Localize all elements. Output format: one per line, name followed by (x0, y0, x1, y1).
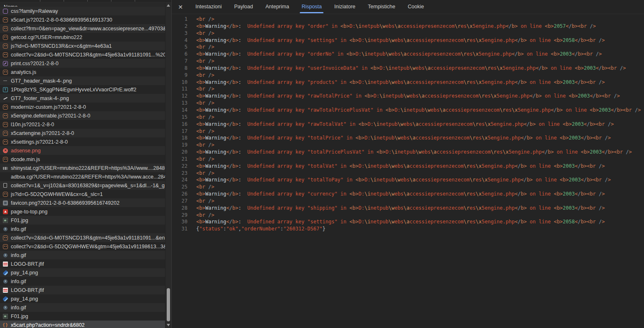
network-request-row[interactable]: print.css?2021-2-8-0 (0, 59, 165, 68)
scroll-down-icon[interactable] (167, 324, 170, 326)
code-token: on line (527, 163, 554, 169)
code-token: D: (365, 135, 370, 141)
code-token: > (593, 23, 596, 29)
network-request-row[interactable]: F01.jpg (0, 312, 165, 321)
network-request-row[interactable]: l10n.js?2021-2-8-0 (0, 120, 165, 129)
network-request-row[interactable]: collect?v=2&tid=G-M0TSNCD13R&gtm=45je63a… (0, 233, 165, 242)
scrollbar-thumb[interactable] (167, 288, 170, 321)
network-request-row[interactable]: x5engine.deferrable.js?2021-2-8-0 (0, 111, 165, 120)
network-request-row[interactable]: GT7_footer_mask-4-.png (0, 94, 165, 103)
network-request-row[interactable]: info.gif (0, 251, 165, 259)
network-request-row[interactable]: x5cartengine.js?2021-2-8-0 (0, 129, 165, 137)
close-icon[interactable]: ✕ (172, 4, 189, 10)
network-request-row[interactable]: info.gif (0, 303, 165, 312)
response-line: 8<b>Warning</b>: Undefined array key "us… (172, 65, 644, 72)
code-token: Undefined array key "totalVat" in (241, 163, 349, 169)
request-name: page-to-top.png (11, 209, 47, 215)
code-token: < (226, 219, 229, 225)
network-request-row[interactable]: page-to-top.png (0, 207, 165, 216)
network-request-row[interactable]: js?id=G-5D2QGWHWEW&cx=c&_slc=1 (0, 190, 165, 198)
network-request-row[interactable]: info.gif (0, 277, 165, 286)
code-line-content: <br /> (188, 114, 214, 121)
code-line-content: <br /> (188, 16, 214, 23)
code-token: 5engine.php (481, 79, 514, 85)
network-request-row[interactable]: adsense.png (0, 146, 165, 155)
code-token: \r (454, 23, 460, 29)
code-token: > (211, 16, 214, 22)
network-request-row[interactable]: collect?v=2&tid=G-M0TSNCD13R&gtm=45je63a… (0, 50, 165, 59)
code-token: \x (476, 163, 481, 169)
code-token: <br (584, 51, 596, 57)
code-token: \r (461, 51, 466, 57)
request-name: F01.jpg (11, 218, 28, 223)
network-request-row[interactable]: GT7_header_mask-4-.png (0, 76, 165, 85)
code-token: \w (388, 37, 394, 43)
code-token: <b> (196, 79, 205, 85)
code-token: ebs (404, 121, 413, 127)
line-number: 9 (172, 72, 188, 79)
code-token: ccessiepresenzecom (437, 149, 491, 155)
code-token: < (226, 79, 229, 85)
network-request-row[interactable]: getcod.cgi?USER=mrubino222 (0, 33, 165, 42)
network-request-row[interactable]: shinystat.cgi?USER=mrubino222&REFER=http… (0, 164, 165, 172)
request-detail-panel: ✕ IntestazioniPayloadAnteprimaRispostaIn… (172, 0, 644, 328)
network-request-row[interactable]: collect?frm=0&en=page_view&dr=www.access… (0, 24, 165, 33)
network-request-row[interactable]: x5cart.php?action=sndrdr&6802 (0, 321, 165, 328)
code-token: <b> (554, 79, 563, 85)
code-token: es (470, 205, 476, 211)
code-token: > (211, 100, 214, 106)
code-token: es (470, 191, 476, 197)
tab-payload[interactable]: Payload (228, 0, 259, 14)
network-request-row[interactable]: favicon.png?2021-2-8-0-63866939561674920… (0, 198, 165, 207)
code-token: \i (392, 149, 397, 155)
code-token: 2003 (590, 149, 602, 155)
network-request-row[interactable]: collect?v=2&tid=G-5D2QGWHWEW&gtm=45je63a… (0, 242, 165, 251)
network-request-row[interactable]: dcode.min.js (0, 155, 165, 164)
code-token: es (470, 37, 476, 43)
response-line: 11<br /> (172, 86, 644, 93)
network-request-row[interactable]: LOGO-BRT.jfif (0, 286, 165, 294)
code-token: <b> (196, 149, 205, 155)
code-token: > (211, 128, 214, 134)
code-token: \i (373, 121, 379, 127)
code-token: netpub (361, 23, 379, 29)
code-token: <b> (358, 121, 368, 127)
code-token: <b> (569, 93, 578, 99)
code-token: ccessiepresenzecom (410, 163, 464, 169)
network-request-row[interactable]: adbsa.cgi?USER=mrubino222&REFER=https%3A… (0, 172, 165, 181)
code-token: > (602, 79, 605, 85)
tab-risposta[interactable]: Risposta (295, 0, 328, 14)
network-request-row[interactable]: x5cart.js?2021-2-8-0-638669395616913730 (0, 15, 165, 24)
tab-anteprima[interactable]: Anteprima (259, 0, 295, 14)
tab-intestazioni[interactable]: Intestazioni (189, 0, 228, 14)
code-token: \x (491, 93, 496, 99)
network-request-row[interactable]: pay_14.png (0, 268, 165, 277)
tab-iniziatore[interactable]: Iniziatore (328, 0, 362, 14)
code-token: < (536, 65, 539, 71)
network-request-row[interactable]: pay_14.png (0, 294, 165, 303)
network-request-row[interactable]: js?id=G-M0TSNCD13R&cx=c&gtm=4e63a1 (0, 42, 165, 50)
network-request-row[interactable]: x5settings.js?2021-2-8-0 (0, 137, 165, 146)
code-token: / (599, 219, 602, 225)
scroll-up-icon[interactable] (167, 4, 170, 7)
network-request-row[interactable]: 1Ptxg8zYS_SKggPN4iEgvnHyvveLxVvaorCIPrE.… (0, 85, 165, 94)
network-request-row[interactable]: collect?v=1&_v=j102&a=830163829&t=pagevi… (0, 181, 165, 190)
code-line-content: <br /> (188, 30, 214, 37)
request-list-scrollbar[interactable] (165, 2, 171, 328)
request-name: l10n.js?2021-2-8-0 (11, 122, 54, 127)
code-token: > (599, 51, 602, 57)
network-request-row[interactable]: info.gif (0, 225, 165, 233)
tab-cookie[interactable]: Cookie (402, 0, 430, 14)
request-name: dcode.min.js (11, 157, 40, 162)
code-token: \i (365, 219, 370, 225)
network-request-row[interactable]: modernizr-custom.js?2021-2-8-0 (0, 103, 165, 111)
network-request-row[interactable]: analytics.js (0, 68, 165, 76)
network-request-row[interactable]: F01.jpg (0, 216, 165, 225)
network-request-row[interactable]: css?family=Raleway (0, 7, 165, 15)
code-token: \a (431, 149, 437, 155)
code-token: \a (419, 93, 424, 99)
code-token: <br (196, 170, 208, 176)
line-number: 5 (172, 44, 188, 51)
tab-tempistiche[interactable]: Tempistiche (362, 0, 402, 14)
network-request-row[interactable]: LOGO-BRT.jfif (0, 259, 165, 268)
